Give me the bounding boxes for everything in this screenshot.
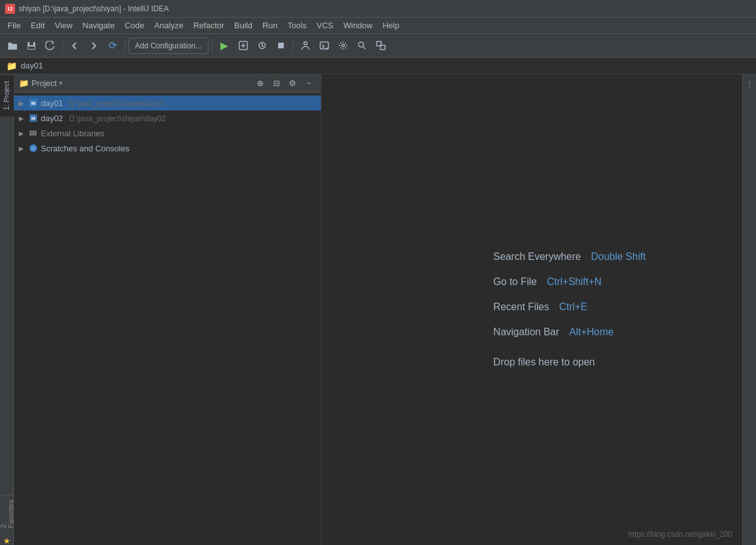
toolbar: ⟳ Add Configuration... ▶ bbox=[0, 34, 756, 58]
search-everywhere-button[interactable] bbox=[353, 37, 370, 55]
menu-item-navigate[interactable]: Navigate bbox=[77, 19, 119, 31]
toolbar-separator-2 bbox=[124, 40, 125, 52]
recent-files-label: Recent Files bbox=[494, 301, 549, 313]
hint-go-to-file: Go to File Ctrl+Shift+N bbox=[494, 276, 602, 288]
project-panel-header: 📁 Project ▾ ⊕ ⊟ ⚙ − bbox=[14, 74, 321, 93]
toolbar-separator-4 bbox=[293, 40, 293, 52]
favorites-star-icon[interactable]: ★ bbox=[3, 536, 11, 545]
save-button[interactable] bbox=[23, 37, 40, 55]
menu-item-run[interactable]: Run bbox=[257, 19, 283, 31]
add-configuration-button[interactable]: Add Configuration... bbox=[128, 38, 208, 54]
project-minimize-button[interactable]: − bbox=[302, 77, 316, 90]
menu-item-build[interactable]: Build bbox=[229, 19, 257, 31]
sidebar-item-project[interactable]: 1: Project bbox=[0, 74, 14, 116]
tree-arrow-day01: ▶ bbox=[19, 100, 29, 107]
welcome-content: Search Everywhere Double Shift Go to Fil… bbox=[494, 251, 646, 368]
module-icon-day02: M bbox=[29, 114, 38, 122]
menu-item-view[interactable]: View bbox=[50, 19, 77, 31]
svg-text:M: M bbox=[31, 116, 36, 121]
breadcrumb-folder-icon: 📁 bbox=[6, 61, 17, 71]
profile-button[interactable] bbox=[296, 37, 314, 55]
hint-drop-files: Drop files here to open bbox=[494, 352, 595, 368]
toolbar-separator bbox=[62, 40, 63, 52]
tree-arrow-external: ▶ bbox=[19, 130, 29, 137]
debug-button[interactable] bbox=[253, 37, 271, 55]
title-text: shiyan [D:\java_project\shiyan] - Intell… bbox=[19, 4, 169, 13]
stop-button[interactable] bbox=[272, 37, 289, 55]
favorites-strip: 2: Favorites ★ bbox=[0, 495, 14, 545]
menu-item-help[interactable]: Help bbox=[377, 19, 404, 31]
go-to-file-shortcut: Ctrl+Shift+N bbox=[547, 276, 602, 288]
svg-point-23 bbox=[31, 146, 35, 150]
app-icon: IJ bbox=[5, 4, 15, 14]
build-button[interactable] bbox=[234, 37, 252, 55]
hint-search-everywhere: Search Everywhere Double Shift bbox=[494, 251, 646, 262]
left-tab-strip: 1: Project bbox=[0, 74, 14, 545]
svg-point-6 bbox=[304, 42, 307, 45]
navigate-button[interactable]: ⟳ bbox=[104, 37, 121, 55]
go-to-file-label: Go to File bbox=[494, 276, 537, 288]
navigation-bar-label: Navigation Bar bbox=[494, 326, 559, 338]
menu-item-window[interactable]: Window bbox=[338, 19, 377, 31]
svg-rect-1 bbox=[30, 42, 33, 45]
project-folder-icon: 📁 bbox=[19, 78, 29, 88]
favorites-tab[interactable]: 2: Favorites bbox=[0, 495, 17, 533]
svg-point-9 bbox=[342, 45, 344, 47]
menu-item-refactor[interactable]: Refactor bbox=[188, 19, 229, 31]
bottom-url: https://blog.csdn.net/gakki_200 bbox=[629, 530, 732, 539]
tree-arrow-day02: ▶ bbox=[19, 115, 29, 122]
menu-item-edit[interactable]: Edit bbox=[26, 19, 50, 31]
right-strip-button[interactable]: ⋮ bbox=[743, 77, 757, 90]
project-dropdown-icon[interactable]: ▾ bbox=[59, 79, 63, 87]
svg-rect-21 bbox=[35, 131, 36, 136]
open-folder-button[interactable] bbox=[4, 37, 21, 55]
scratches-icon bbox=[29, 144, 38, 153]
tree-label-day02: day02 D:\java_project\shiyan\day02 bbox=[41, 114, 166, 123]
sync-button[interactable] bbox=[41, 37, 59, 55]
editor-area: Search Everywhere Double Shift Go to Fil… bbox=[321, 74, 742, 545]
svg-rect-2 bbox=[28, 46, 35, 49]
tree-label-external-libraries: External Libraries bbox=[41, 129, 104, 138]
tree-item-external-libraries[interactable]: ▶ External Libraries bbox=[14, 126, 321, 141]
menu-item-tools[interactable]: Tools bbox=[283, 19, 311, 31]
tree-arrow-scratches: ▶ bbox=[19, 145, 29, 152]
tree-item-day01[interactable]: ▶ M day01 D:\java_project\shiyan\day01 bbox=[14, 95, 321, 111]
project-header-icons: ⊕ ⊟ ⚙ − bbox=[253, 77, 316, 90]
project-panel-title[interactable]: 📁 Project ▾ bbox=[19, 78, 63, 88]
svg-rect-18 bbox=[30, 131, 31, 136]
navigation-bar-shortcut: Alt+Home bbox=[570, 326, 614, 338]
toolbar-separator-3 bbox=[212, 40, 212, 52]
menu-item-file[interactable]: File bbox=[3, 19, 26, 31]
tree-item-day02[interactable]: ▶ M day02 D:\java_project\shiyan\day02 bbox=[14, 111, 321, 126]
project-split-button[interactable]: ⊟ bbox=[269, 77, 283, 90]
forward-button[interactable] bbox=[85, 37, 102, 55]
hint-recent-files: Recent Files Ctrl+E bbox=[494, 301, 588, 313]
project-globe-button[interactable]: ⊕ bbox=[253, 77, 267, 90]
menu-item-analyze[interactable]: Analyze bbox=[149, 19, 188, 31]
svg-rect-5 bbox=[278, 43, 284, 48]
svg-point-10 bbox=[359, 42, 364, 47]
multi-window-button[interactable] bbox=[372, 37, 389, 55]
back-button[interactable] bbox=[66, 37, 84, 55]
project-settings-button[interactable]: ⚙ bbox=[286, 77, 300, 90]
hint-navigation-bar: Navigation Bar Alt+Home bbox=[494, 326, 614, 338]
project-tree: ▶ M day01 D:\java_project\shiyan\day01 ▶… bbox=[14, 93, 321, 545]
project-panel: 📁 Project ▾ ⊕ ⊟ ⚙ − ▶ M bbox=[14, 74, 321, 545]
menu-item-vcs[interactable]: VCS bbox=[311, 19, 338, 31]
recent-files-shortcut: Ctrl+E bbox=[559, 301, 588, 313]
tree-label-scratches: Scratches and Consoles bbox=[41, 144, 129, 153]
project-title-label: Project bbox=[31, 78, 57, 88]
settings-button[interactable] bbox=[334, 37, 352, 55]
terminal-button[interactable] bbox=[315, 37, 333, 55]
drop-files-label: Drop files here to open bbox=[494, 357, 595, 368]
svg-rect-19 bbox=[31, 131, 33, 136]
breadcrumb-label[interactable]: day01 bbox=[21, 61, 43, 70]
search-everywhere-shortcut: Double Shift bbox=[591, 251, 645, 262]
svg-line-11 bbox=[363, 47, 365, 50]
run-button[interactable]: ▶ bbox=[215, 37, 233, 55]
tree-item-scratches[interactable]: ▶ Scratches and Consoles bbox=[14, 141, 321, 156]
ext-lib-icon bbox=[29, 129, 38, 138]
search-everywhere-label: Search Everywhere bbox=[494, 251, 581, 262]
menu-item-code[interactable]: Code bbox=[120, 19, 149, 31]
breadcrumb-bar: 📁 day01 bbox=[0, 58, 756, 74]
